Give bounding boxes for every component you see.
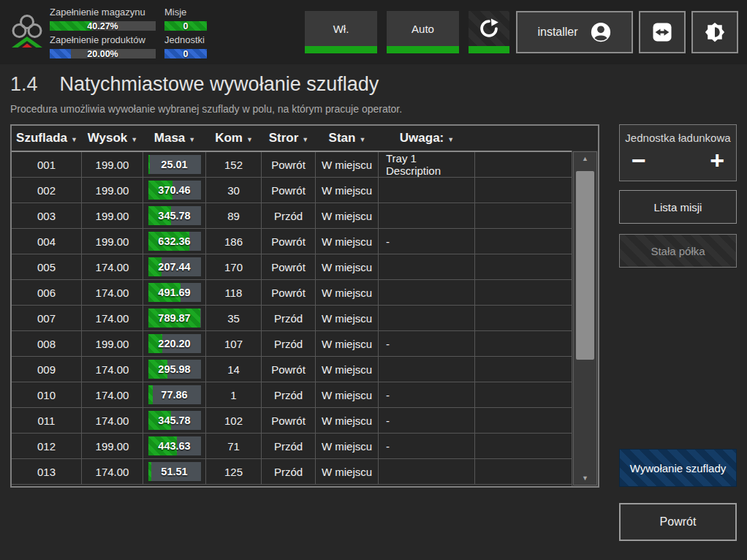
cell-tray[interactable]: 008 xyxy=(12,331,82,357)
column-header-stan[interactable]: Stan▼ xyxy=(316,126,379,152)
load-unit-plus-button[interactable]: + xyxy=(710,148,724,173)
cell-chamber[interactable]: 125 xyxy=(206,459,262,485)
cell-chamber[interactable]: 1 xyxy=(206,382,262,408)
cell-chamber[interactable]: 152 xyxy=(206,152,262,178)
cell-mass[interactable]: 220.20 xyxy=(143,331,206,357)
cell-height[interactable]: 199.00 xyxy=(82,203,143,229)
cell-mass[interactable]: 491.69 xyxy=(143,280,206,306)
cell-chamber[interactable]: 170 xyxy=(206,254,262,280)
cell-note[interactable]: - xyxy=(379,434,475,459)
table-scrollbar[interactable]: ▲ ▼ xyxy=(572,151,598,486)
cell-side[interactable]: Przód xyxy=(262,203,316,229)
cell-mass[interactable]: 25.01 xyxy=(143,152,206,178)
cell-tray[interactable]: 010 xyxy=(12,382,82,408)
cell-state[interactable]: W miejscu xyxy=(316,459,379,485)
cell-tray[interactable]: 004 xyxy=(12,229,82,254)
cell-state[interactable]: W miejscu xyxy=(316,434,379,459)
cell-height[interactable]: 199.00 xyxy=(82,229,143,254)
cell-chamber[interactable]: 107 xyxy=(206,331,262,357)
cell-state[interactable]: W miejscu xyxy=(316,178,379,203)
cell-mass[interactable]: 632.36 xyxy=(143,229,206,254)
cell-tray[interactable]: 001 xyxy=(12,152,82,178)
scrollbar-thumb[interactable] xyxy=(576,171,594,360)
cell-tray[interactable]: 007 xyxy=(12,306,82,331)
cell-height[interactable]: 199.00 xyxy=(82,178,143,203)
cell-side[interactable]: Przód xyxy=(262,459,316,485)
load-unit-minus-button[interactable]: − xyxy=(632,148,646,173)
cell-tray[interactable]: 013 xyxy=(12,459,82,485)
cell-mass[interactable]: 789.87 xyxy=(143,306,206,331)
cell-state[interactable]: W miejscu xyxy=(316,254,379,280)
filter-chevron-down-icon[interactable]: ▼ xyxy=(71,134,77,143)
cell-note[interactable] xyxy=(379,459,475,485)
cell-side[interactable]: Powrót xyxy=(262,178,316,203)
cell-chamber[interactable]: 186 xyxy=(206,229,262,254)
auto-mode-button[interactable]: Auto xyxy=(387,11,459,53)
cell-mass[interactable]: 443.63 xyxy=(143,434,206,459)
filter-chevron-down-icon[interactable]: ▼ xyxy=(131,134,137,143)
call-tray-button[interactable]: Wywołanie szuflady xyxy=(619,449,737,487)
cell-note[interactable] xyxy=(379,280,475,306)
column-header-stror[interactable]: Stror▼ xyxy=(262,126,316,152)
cell-chamber[interactable]: 35 xyxy=(206,306,262,331)
cell-chamber[interactable]: 118 xyxy=(206,280,262,306)
cell-tray[interactable]: 006 xyxy=(12,280,82,306)
cell-mass[interactable]: 51.51 xyxy=(143,459,206,485)
cell-side[interactable]: Powrót xyxy=(262,280,316,306)
column-header-kom[interactable]: Kom▼ xyxy=(206,126,262,152)
cell-note[interactable] xyxy=(379,178,475,203)
cell-side[interactable]: Powrót xyxy=(262,408,316,434)
cell-chamber[interactable]: 14 xyxy=(206,357,262,382)
cell-tray[interactable]: 003 xyxy=(12,203,82,229)
cell-mass[interactable]: 345.78 xyxy=(143,203,206,229)
cell-note[interactable] xyxy=(379,306,475,331)
cell-note[interactable]: - xyxy=(379,229,475,254)
scrollbar-up-icon[interactable]: ▲ xyxy=(574,154,596,164)
cell-state[interactable]: W miejscu xyxy=(316,152,379,178)
cell-tray[interactable]: 011 xyxy=(12,408,82,434)
cell-chamber[interactable]: 71 xyxy=(206,434,262,459)
cell-height[interactable]: 174.00 xyxy=(82,357,143,382)
cell-side[interactable]: Przód xyxy=(262,434,316,459)
cell-state[interactable]: W miejscu xyxy=(316,357,379,382)
cell-note[interactable] xyxy=(379,254,475,280)
cell-height[interactable]: 199.00 xyxy=(82,152,143,178)
filter-chevron-down-icon[interactable]: ▼ xyxy=(359,134,365,143)
cell-height[interactable]: 199.00 xyxy=(82,331,143,357)
cell-tray[interactable]: 005 xyxy=(12,254,82,280)
column-header-masa[interactable]: Masa▼ xyxy=(143,126,206,152)
cell-note[interactable] xyxy=(379,357,475,382)
back-button[interactable]: Powrót xyxy=(619,503,737,541)
column-header-wysok[interactable]: Wysok▼ xyxy=(82,126,143,152)
cell-state[interactable]: W miejscu xyxy=(316,306,379,331)
cell-state[interactable]: W miejscu xyxy=(316,331,379,357)
cell-side[interactable]: Powrót xyxy=(262,254,316,280)
filter-chevron-down-icon[interactable]: ▼ xyxy=(447,134,454,143)
cell-side[interactable]: Powrót xyxy=(262,229,316,254)
cell-side[interactable]: Przód xyxy=(262,331,316,357)
cell-state[interactable]: W miejscu xyxy=(316,408,379,434)
user-button[interactable]: installer xyxy=(516,11,633,53)
cell-chamber[interactable]: 30 xyxy=(206,178,262,203)
cell-height[interactable]: 199.00 xyxy=(82,434,143,459)
brightness-button[interactable] xyxy=(691,11,738,53)
scrollbar-down-icon[interactable]: ▼ xyxy=(574,473,596,483)
cell-mass[interactable]: 345.78 xyxy=(143,408,206,434)
filter-chevron-down-icon[interactable]: ▼ xyxy=(246,134,253,143)
cell-side[interactable]: Powrót xyxy=(262,152,316,178)
filter-chevron-down-icon[interactable]: ▼ xyxy=(302,134,308,143)
cell-state[interactable]: W miejscu xyxy=(316,203,379,229)
cell-tray[interactable]: 002 xyxy=(12,178,82,203)
cell-state[interactable]: W miejscu xyxy=(316,229,379,254)
cell-height[interactable]: 174.00 xyxy=(82,254,143,280)
cell-side[interactable]: Powrót xyxy=(262,357,316,382)
cell-height[interactable]: 174.00 xyxy=(82,382,143,408)
cell-note[interactable]: - xyxy=(379,408,475,434)
cell-height[interactable]: 174.00 xyxy=(82,459,143,485)
fixed-shelf-button[interactable]: Stała półka xyxy=(619,234,737,268)
cell-state[interactable]: W miejscu xyxy=(316,382,379,408)
cell-note[interactable] xyxy=(379,203,475,229)
cell-note[interactable]: - xyxy=(379,382,475,408)
mission-list-button[interactable]: Lista misji xyxy=(619,190,737,224)
remote-support-button[interactable] xyxy=(639,11,686,53)
